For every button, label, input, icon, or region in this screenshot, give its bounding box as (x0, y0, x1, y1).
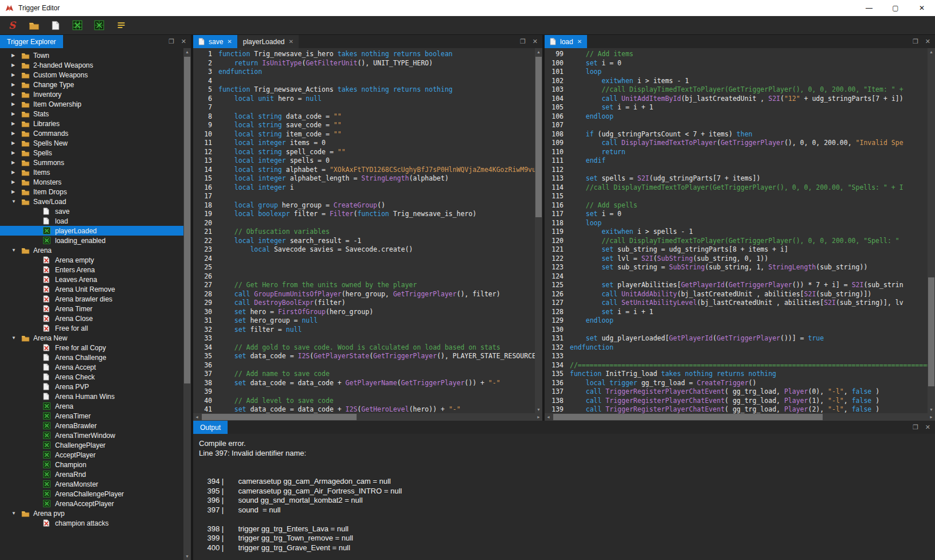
code-line[interactable]: 24 (193, 254, 535, 264)
code-line[interactable]: 12 local string spell_code = "" (193, 148, 535, 157)
code-line[interactable]: 34 // Add gold to save code. Wood is cal… (193, 343, 535, 353)
load-horizontal-scrollbar[interactable]: ◄ ► (545, 413, 935, 421)
code-line[interactable]: 32 set filter = null (193, 326, 535, 335)
code-area-save[interactable]: 1function Trig_newsave_is_hero takes not… (193, 48, 535, 413)
tree-item-arena[interactable]: ▼Arena (0, 245, 183, 255)
tree-item-free-for-all[interactable]: Free for all (0, 323, 183, 333)
tree-item-town[interactable]: ▶Town (0, 50, 183, 60)
scroll-thumb[interactable] (553, 414, 823, 420)
code-area-load[interactable]: 99 // Add items100 set i = 0101 loop102 … (545, 48, 928, 413)
code-line[interactable]: 106 endloop (545, 112, 928, 122)
code-line[interactable]: 38 set data_code = data_code + GetPlayer… (193, 379, 535, 388)
code-line[interactable]: 15 local integer alphabet_length = Strin… (193, 174, 535, 183)
code-line[interactable]: 20 (193, 219, 535, 228)
expand-arrow-icon[interactable]: ▶ (11, 179, 21, 185)
code-line[interactable]: 22 local integer search_result = -1 (193, 237, 535, 246)
tree-item-arena-pvp[interactable]: Arena PVP (0, 382, 183, 391)
close-button[interactable]: ✕ (909, 0, 935, 16)
tree-item-arenamonster[interactable]: ArenaMonster (0, 479, 183, 489)
tree-item-spells[interactable]: ▶Spells (0, 148, 183, 158)
maximize-button[interactable]: ▢ (882, 0, 909, 16)
tree-item-save[interactable]: save (0, 206, 183, 216)
code-line[interactable]: 6 local unit hero = null (193, 95, 535, 104)
code-line[interactable]: 138 call TriggerRegisterPlayerChatEvent(… (545, 397, 928, 406)
code-line[interactable]: 9 local string save_code = "" (193, 121, 535, 130)
tree-item-item-drops[interactable]: ▶Item Drops (0, 187, 183, 197)
code-line[interactable]: 30 set hero = FirstOfGroup(hero_group) (193, 308, 535, 317)
tree-item-arena-unit-remove[interactable]: Arena Unit Remove (0, 284, 183, 294)
code-line[interactable]: 40 // Add level to save code (193, 397, 535, 406)
code-line[interactable]: 17 (193, 192, 535, 201)
tree-item-save-load[interactable]: ▼Save/Load (0, 197, 183, 206)
code-line[interactable]: 135function InitTrig_load takes nothing … (545, 370, 928, 379)
code-line[interactable]: 117 set i = 0 (545, 210, 928, 219)
tree-item-loading-enabled[interactable]: loading_enabled (0, 236, 183, 245)
float-panel-icon[interactable]: ❐ (913, 424, 918, 430)
tree-item-arena[interactable]: Arena (0, 401, 183, 411)
code-line[interactable]: 100 set i = 0 (545, 59, 928, 68)
tree-item-stats[interactable]: ▶Stats (0, 109, 183, 119)
tree-item-arenarnd[interactable]: ArenaRnd (0, 469, 183, 479)
float-panel-icon[interactable]: ❐ (520, 38, 526, 45)
scroll-down-icon[interactable]: ▼ (535, 406, 542, 413)
scroll-down-icon[interactable]: ▼ (928, 406, 935, 413)
code-line[interactable]: 102 exitwhen i > items - 1 (545, 77, 928, 86)
expand-arrow-icon[interactable]: ▶ (11, 170, 21, 175)
code-line[interactable]: 115 (545, 192, 928, 201)
code-line[interactable]: 23 local Savecode savies = Savecode.crea… (193, 245, 535, 254)
code-line[interactable]: 120 //call DisplayTimedTextToPlayer(GetT… (545, 237, 928, 246)
code-line[interactable]: 14 local string alphabet = "XOkAxFtTYD12… (193, 166, 535, 175)
code-line[interactable]: 134//===================================… (545, 361, 928, 370)
code-line[interactable]: 3endfunction (193, 68, 535, 77)
collapse-arrow-icon[interactable]: ▼ (11, 248, 21, 253)
minimize-button[interactable]: — (856, 0, 882, 16)
tree-item-arena-close[interactable]: Arena Close (0, 314, 183, 323)
tree-item-arenatimer[interactable]: ArenaTimer (0, 411, 183, 421)
new-page-icon[interactable] (49, 19, 62, 32)
close-panel-icon[interactable]: ✕ (181, 38, 186, 45)
code-line[interactable]: 116 // Add spells (545, 201, 928, 210)
code-line[interactable]: 107 (545, 121, 928, 130)
tree-item-arena-new[interactable]: ▼Arena New (0, 333, 183, 343)
scroll-thumb[interactable] (184, 57, 190, 383)
code-line[interactable]: 118 loop (545, 219, 928, 228)
code-line[interactable]: 18 local group hero_group = CreateGroup(… (193, 201, 535, 210)
code-line[interactable]: 36 (193, 361, 535, 370)
tree-item-enters-arena[interactable]: Enters Arena (0, 265, 183, 275)
tree-item-summons[interactable]: ▶Summons (0, 158, 183, 167)
expand-arrow-icon[interactable]: ▶ (11, 140, 21, 146)
code-line[interactable]: 37 // Add name to save code (193, 370, 535, 379)
tab-close-icon[interactable]: ✕ (227, 38, 232, 45)
tree-item-load[interactable]: load (0, 216, 183, 226)
scroll-left-icon[interactable]: ◄ (193, 413, 201, 421)
code-line[interactable]: 131 set udg_playerLoaded[GetPlayerId(Get… (545, 334, 928, 343)
save-vertical-scrollbar[interactable]: ▲ ▼ (535, 48, 542, 413)
tree-item-libraries[interactable]: ▶Libraries (0, 119, 183, 128)
code-line[interactable]: 109 call DisplayTimedTextToPlayer(GetTri… (545, 139, 928, 148)
tree-item-arena-timer[interactable]: Arena Timer (0, 304, 183, 314)
tree-item-arena-brawler-dies[interactable]: Arena brawler dies (0, 294, 183, 304)
tree-item-arenatimerwindow[interactable]: ArenaTimerWindow (0, 430, 183, 440)
code-line[interactable]: 108 if (udg_stringPartsCount < 7 + items… (545, 130, 928, 139)
code-line[interactable]: 29 call DestroyBoolExpr(filter) (193, 299, 535, 308)
tab-playerloaded[interactable]: playerLoaded✕ (238, 35, 299, 48)
scroll-thumb[interactable] (928, 277, 934, 386)
code-line[interactable]: 4 (193, 77, 535, 86)
trigger-explorer-tab[interactable]: Trigger Explorer (0, 35, 63, 48)
tree-item-free-for-all-copy[interactable]: Free for all Copy (0, 343, 183, 353)
expand-arrow-icon[interactable]: ▶ (11, 72, 21, 77)
code-line[interactable]: 110 return (545, 148, 928, 157)
code-line[interactable]: 27 // Get Hero from the units owned by t… (193, 281, 535, 290)
list-icon[interactable] (115, 19, 127, 32)
code-line[interactable]: 136 local trigger gg_trg_load = CreateTr… (545, 379, 928, 388)
code-line[interactable]: 35 set data_code = I2S(GetPlayerState(Ge… (193, 352, 535, 361)
float-panel-icon[interactable]: ❐ (913, 38, 918, 45)
code-line[interactable]: 132endfunction (545, 343, 928, 353)
code-line[interactable]: 26 (193, 272, 535, 281)
code-line[interactable]: 41 set data_code = data_code + I2S(GetHe… (193, 405, 535, 413)
code-line[interactable]: 28 call GroupEnumUnitsOfPlayer(hero_grou… (193, 290, 535, 299)
expand-arrow-icon[interactable]: ▶ (11, 160, 21, 165)
code-line[interactable]: 129 endloop (545, 316, 928, 326)
scroll-up-icon[interactable]: ▲ (928, 48, 935, 56)
code-line[interactable]: 33 (193, 334, 535, 343)
